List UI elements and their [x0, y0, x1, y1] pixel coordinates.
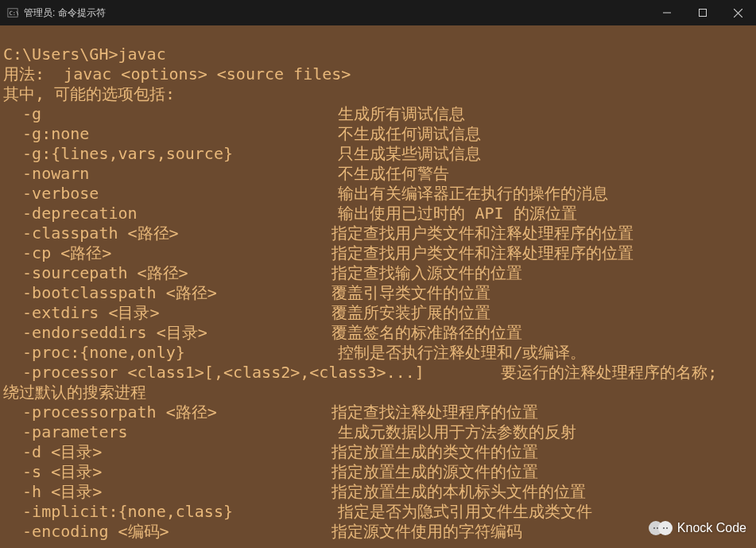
- minimize-button[interactable]: [649, 0, 684, 25]
- terminal-line: 其中, 可能的选项包括:: [3, 84, 753, 104]
- terminal-line: -proc:{none,only} 控制是否执行注释处理和/或编译。: [3, 343, 753, 363]
- terminal-line: -g 生成所有调试信息: [3, 104, 753, 124]
- terminal-line: -implicit:{none,class} 指定是否为隐式引用文件生成类文件: [3, 502, 753, 522]
- watermark: Knock Code: [649, 521, 746, 535]
- terminal-line: -classpath <路径> 指定查找用户类文件和注释处理程序的位置: [3, 223, 753, 243]
- watermark-text: Knock Code: [677, 521, 746, 535]
- window-controls: [649, 0, 756, 25]
- terminal-line: -parameters 生成元数据以用于方法参数的反射: [3, 422, 753, 442]
- titlebar[interactable]: C:\ 管理员: 命令提示符: [0, 0, 756, 25]
- terminal-line: -sourcepath <路径> 指定查找输入源文件的位置: [3, 263, 753, 283]
- terminal-line: -h <目录> 指定放置生成的本机标头文件的位置: [3, 482, 753, 502]
- terminal-line: -d <目录> 指定放置生成的类文件的位置: [3, 442, 753, 462]
- terminal-line: -encoding <编码> 指定源文件使用的字符编码: [3, 522, 753, 542]
- terminal-line: -g:{lines,vars,source} 只生成某些调试信息: [3, 144, 753, 164]
- terminal-line: -nowarn 不生成任何警告: [3, 164, 753, 184]
- terminal-line: -s <目录> 指定放置生成的源文件的位置: [3, 462, 753, 482]
- terminal-line: -processorpath <路径> 指定查找注释处理程序的位置: [3, 402, 753, 422]
- cmd-icon: C:\: [6, 6, 19, 19]
- terminal-line: C:\Users\GH>javac: [3, 45, 753, 64]
- maximize-button[interactable]: [684, 0, 720, 25]
- terminal-line: -processor <class1>[,<class2>,<class3>..…: [3, 363, 753, 383]
- wechat-icon: [649, 521, 673, 535]
- window-title: 管理员: 命令提示符: [24, 6, 649, 20]
- terminal-line: -cp <路径> 指定查找用户类文件和注释处理程序的位置: [3, 243, 753, 263]
- terminal-line: -endorseddirs <目录> 覆盖签名的标准路径的位置: [3, 323, 753, 343]
- terminal-line: 绕过默认的搜索进程: [3, 383, 753, 402]
- svg-text:C:\: C:\: [10, 10, 18, 17]
- svg-rect-3: [699, 10, 706, 17]
- close-button[interactable]: [720, 0, 756, 25]
- terminal-line: -verbose 输出有关编译器正在执行的操作的消息: [3, 184, 753, 204]
- terminal-output[interactable]: C:\Users\GH>javac用法: javac <options> <so…: [0, 25, 756, 545]
- terminal-line: -g:none 不生成任何调试信息: [3, 124, 753, 144]
- terminal-window: C:\ 管理员: 命令提示符 C:\Users\GH>javac用法: java…: [0, 0, 756, 548]
- terminal-line: -bootclasspath <路径> 覆盖引导类文件的位置: [3, 283, 753, 303]
- terminal-line: -extdirs <目录> 覆盖所安装扩展的位置: [3, 303, 753, 323]
- terminal-line: -deprecation 输出使用已过时的 API 的源位置: [3, 204, 753, 223]
- terminal-line: 用法: javac <options> <source files>: [3, 64, 753, 84]
